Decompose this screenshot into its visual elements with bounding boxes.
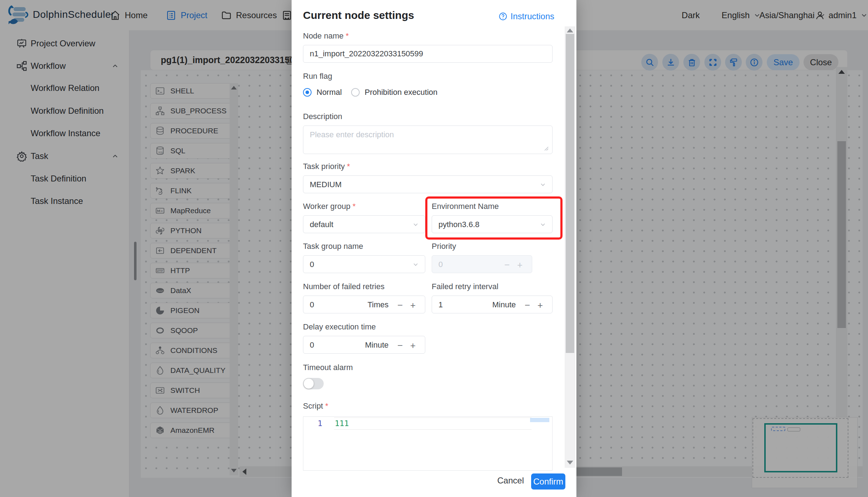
chevron-down-icon xyxy=(539,221,546,228)
chevron-down-icon xyxy=(412,261,419,268)
timeout-alarm-toggle[interactable] xyxy=(303,378,324,389)
required-asterisk: * xyxy=(325,401,328,410)
editor-scrollbar-thumb[interactable] xyxy=(530,418,549,422)
delay-time-input[interactable]: 0 Minute − + xyxy=(303,336,425,354)
task-group-select[interactable]: 0 xyxy=(303,255,425,273)
delay-time-label: Delay execution time xyxy=(303,322,376,332)
retry-interval-input[interactable]: 1 Minute − + xyxy=(432,296,553,313)
minus-icon[interactable]: − xyxy=(397,300,403,311)
node-name-input[interactable] xyxy=(303,45,553,63)
chevron-down-icon xyxy=(539,181,546,188)
resize-handle-icon[interactable] xyxy=(543,145,550,152)
plus-icon[interactable]: + xyxy=(410,340,416,351)
modal-scrollbar-thumb[interactable] xyxy=(566,34,574,353)
run-flag-normal-radio[interactable]: Normal xyxy=(303,88,342,97)
minus-icon: − xyxy=(504,260,510,271)
description-textarea[interactable] xyxy=(303,125,553,154)
instructions-link[interactable]: Instructions xyxy=(498,11,554,21)
required-asterisk: * xyxy=(353,202,356,211)
timeout-alarm-label: Timeout alarm xyxy=(303,363,353,372)
plus-icon[interactable]: + xyxy=(410,300,416,311)
radio-selected-icon xyxy=(303,88,312,97)
confirm-button[interactable]: Confirm xyxy=(531,473,565,490)
priority-input: 0 − + xyxy=(432,255,532,273)
node-settings-modal: Current node settings Instructions Node … xyxy=(292,0,576,497)
environment-name-select[interactable]: python3.6.8 xyxy=(432,215,553,233)
minus-icon[interactable]: − xyxy=(397,340,403,351)
scroll-up-icon[interactable] xyxy=(567,29,573,32)
task-priority-label: Task priority* xyxy=(303,162,350,171)
script-label: Script* xyxy=(303,401,328,411)
question-circle-icon xyxy=(498,12,508,21)
task-group-label: Task group name xyxy=(303,242,363,251)
cancel-button[interactable]: Cancel xyxy=(497,476,524,486)
run-flag-label: Run flag xyxy=(303,72,332,81)
code-line: 111 xyxy=(335,419,349,428)
chevron-down-icon xyxy=(412,221,419,228)
environment-name-label: Environment Name xyxy=(432,202,499,211)
required-asterisk: * xyxy=(347,162,350,171)
minus-icon[interactable]: − xyxy=(525,300,530,311)
plus-icon: + xyxy=(517,260,523,271)
priority-label: Priority xyxy=(432,242,456,251)
script-code-editor[interactable]: 1 111 xyxy=(303,416,553,471)
modal-title: Current node settings xyxy=(303,9,414,21)
required-asterisk: * xyxy=(346,31,349,40)
description-label: Description xyxy=(303,112,342,121)
scroll-down-icon[interactable] xyxy=(567,461,573,465)
retry-interval-label: Failed retry interval xyxy=(432,282,498,291)
plus-icon[interactable]: + xyxy=(538,300,543,311)
active-line-highlight xyxy=(334,417,531,430)
toggle-knob xyxy=(304,379,314,389)
failed-retries-label: Number of failed retries xyxy=(303,282,385,291)
task-priority-select[interactable]: MEDIUM xyxy=(303,175,553,193)
line-number: 1 xyxy=(318,419,322,428)
worker-group-select[interactable]: default xyxy=(303,215,425,233)
run-flag-prohibition-radio[interactable]: Prohibition execution xyxy=(351,88,437,97)
worker-group-label: Worker group* xyxy=(303,202,355,211)
node-name-label: Node name* xyxy=(303,31,349,41)
radio-unselected-icon xyxy=(351,88,360,97)
failed-retries-input[interactable]: 0 Times − + xyxy=(303,296,425,313)
